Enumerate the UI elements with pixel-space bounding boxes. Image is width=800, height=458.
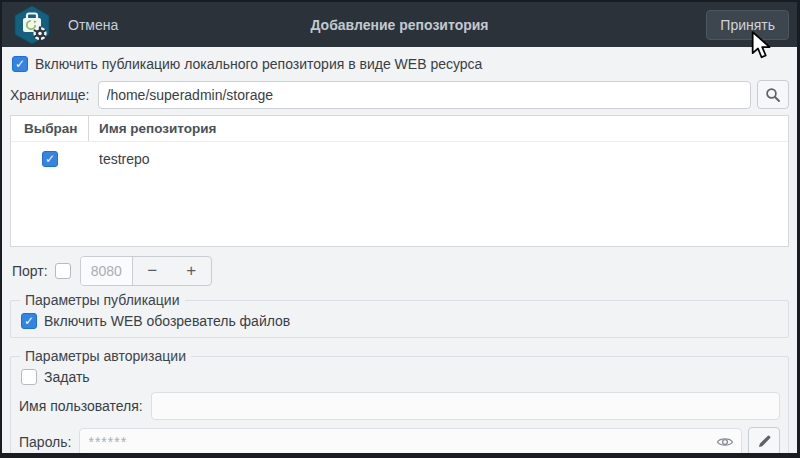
- publication-params-group: Параметры публикации ✓ Включить WEB обоз…: [10, 292, 789, 338]
- browse-storage-button[interactable]: [757, 80, 789, 109]
- web-file-browser-label: Включить WEB обозреватель файлов: [44, 313, 290, 329]
- check-icon: ✓: [15, 58, 25, 70]
- headerbar: Отмена Добавление репозитория Принять: [2, 2, 797, 47]
- web-file-browser-checkbox[interactable]: ✓: [21, 313, 37, 329]
- pencil-icon: [757, 434, 772, 449]
- accept-button[interactable]: Принять: [706, 10, 789, 40]
- storage-path-input[interactable]: [98, 81, 752, 109]
- show-password-button[interactable]: [716, 435, 734, 449]
- column-header-selected[interactable]: Выбран: [11, 116, 89, 141]
- password-label: Пароль:: [19, 434, 71, 450]
- set-auth-checkbox[interactable]: ✓: [21, 369, 37, 385]
- add-repository-dialog: Отмена Добавление репозитория Принять ✓ …: [0, 0, 800, 458]
- authorization-params-legend: Параметры авторизации: [20, 348, 191, 364]
- password-input[interactable]: [79, 428, 742, 456]
- check-icon: ✓: [45, 153, 55, 165]
- column-header-name[interactable]: Имя репозитория: [89, 116, 216, 141]
- port-value-input[interactable]: 8080: [81, 257, 133, 285]
- search-icon: [765, 87, 781, 103]
- enable-publication-checkbox[interactable]: ✓: [12, 56, 28, 72]
- edit-password-button[interactable]: [748, 427, 780, 456]
- cancel-button[interactable]: Отмена: [64, 11, 122, 39]
- port-increment-button[interactable]: +: [172, 257, 211, 285]
- authorization-params-group: Параметры авторизации ✓ Задать Имя польз…: [10, 348, 789, 458]
- app-icon: [12, 5, 52, 45]
- username-input[interactable]: [151, 392, 780, 420]
- port-enable-checkbox[interactable]: ✓: [55, 263, 71, 279]
- repo-name: testrepo: [89, 151, 150, 167]
- table-row[interactable]: ✓ testrepo: [11, 146, 788, 172]
- dialog-content: ✓ Включить публикацию локального репозит…: [2, 47, 797, 458]
- port-label: Порт:: [12, 263, 48, 279]
- publication-params-legend: Параметры публикации: [20, 292, 185, 308]
- port-decrement-button[interactable]: −: [133, 257, 172, 285]
- repository-table[interactable]: Выбран Имя репозитория ✓ testrepo: [10, 115, 789, 247]
- enable-publication-label: Включить публикацию локального репозитор…: [35, 56, 482, 72]
- eye-icon: [716, 435, 734, 449]
- port-spinbox: 8080 − +: [80, 256, 212, 286]
- set-auth-label: Задать: [44, 369, 90, 385]
- storage-label: Хранилище:: [10, 87, 90, 103]
- table-header: Выбран Имя репозитория: [11, 116, 788, 142]
- repo-selected-checkbox[interactable]: ✓: [42, 151, 58, 167]
- username-label: Имя пользователя:: [19, 398, 143, 414]
- check-icon: ✓: [24, 315, 34, 327]
